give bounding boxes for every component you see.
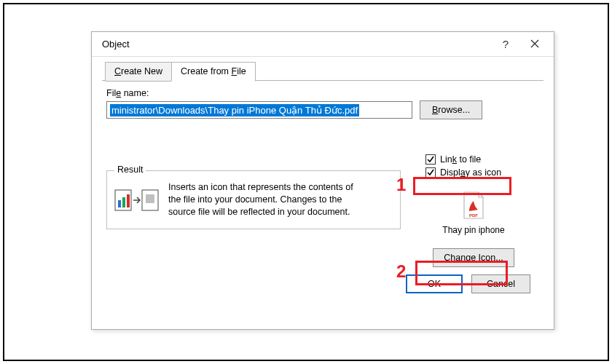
file-row: ministrator\Downloads\Thay pin iPhone Qu… [106, 100, 539, 119]
svg-text:PDF: PDF [469, 213, 478, 218]
svg-rect-1 [118, 200, 121, 207]
dialog-buttons: OK Cancel [102, 267, 544, 293]
result-text: Inserts an icon that represents the cont… [168, 181, 365, 218]
tab-bar: Create New Create from File [105, 61, 544, 81]
pdf-icon: PDF [461, 191, 486, 222]
close-button[interactable] [520, 34, 549, 55]
ok-button[interactable]: OK [406, 274, 463, 293]
result-inner: Inserts an icon that represents the cont… [114, 181, 393, 218]
svg-rect-2 [122, 197, 125, 207]
display-as-icon-checkbox[interactable]: Display as icon [408, 167, 501, 178]
checkbox-icon [425, 154, 436, 165]
pdf-caption: Thay pin iphone [442, 225, 504, 235]
result-group: Result [106, 170, 401, 229]
convert-icon [114, 184, 160, 215]
pdf-preview: PDF Thay pin iphone [442, 191, 504, 235]
file-name-input[interactable]: ministrator\Downloads\Thay pin iPhone Qu… [106, 101, 412, 119]
object-dialog: Object ? Create New Create from File Fil… [91, 31, 554, 330]
tab-create-from-file[interactable]: Create from File [171, 62, 256, 82]
right-column: Link to file Display as icon [408, 154, 539, 267]
lower-area: Result [106, 154, 539, 267]
file-name-value: ministrator\Downloads\Thay pin iPhone Qu… [110, 104, 359, 116]
svg-rect-3 [127, 194, 130, 207]
result-legend: Result [114, 165, 146, 175]
link-to-file-checkbox[interactable]: Link to file [408, 154, 481, 165]
svg-rect-5 [146, 194, 154, 203]
close-icon [530, 39, 539, 50]
file-name-label: File name: [106, 88, 539, 98]
change-icon-wrap: Change Icon... [433, 248, 514, 267]
dialog-title: Object [102, 39, 491, 50]
help-button[interactable]: ? [491, 34, 520, 55]
dialog-body: Create New Create from File File name: m… [92, 57, 554, 301]
change-icon-button[interactable]: Change Icon... [433, 248, 514, 267]
tab-panel: File name: ministrator\Downloads\Thay pi… [102, 81, 544, 267]
checkbox-icon [425, 167, 436, 178]
left-column: Result [106, 154, 401, 267]
cancel-button[interactable]: Cancel [471, 274, 530, 293]
browse-button[interactable]: Browse... [420, 100, 482, 119]
tab-create-new[interactable]: Create New [105, 62, 172, 82]
titlebar: Object ? [92, 32, 554, 57]
